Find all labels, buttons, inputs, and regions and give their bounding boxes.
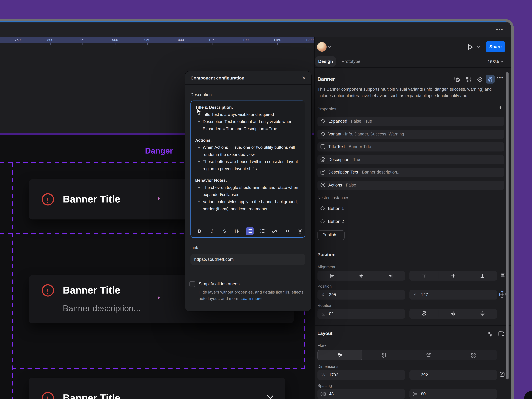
boolean-property-icon xyxy=(320,157,326,162)
ordered-list-button[interactable]: 12 xyxy=(258,227,266,235)
ruler-mark: 1150 xyxy=(273,38,281,42)
sliders-icon xyxy=(487,76,493,82)
code-button[interactable]: <> xyxy=(284,227,291,235)
italic-button[interactable]: I xyxy=(208,227,216,235)
editor-content[interactable]: Title & Description:Title Text is always… xyxy=(195,104,299,213)
editor-toolbar: B I S H₁ 12 <> xyxy=(191,225,305,238)
learn-more-link[interactable]: Learn more xyxy=(241,296,262,301)
close-icon[interactable]: ✕ xyxy=(300,74,307,81)
bold-button[interactable]: B xyxy=(196,227,203,235)
heading-button[interactable]: H₁ xyxy=(233,227,241,235)
distribute-spacing-icon[interactable] xyxy=(500,272,505,277)
link-label: Link xyxy=(190,245,198,250)
variant-icon xyxy=(320,119,326,124)
horizontal-ruler: 75080085090095010001050110011501200 xyxy=(0,37,314,43)
flow-label: Flow xyxy=(317,343,326,348)
nested-instance-button-1[interactable]: Button 1 xyxy=(320,206,344,211)
toolbar-overflow-icon[interactable]: ••• xyxy=(493,26,507,32)
height-field[interactable]: H 392 xyxy=(409,370,497,380)
flip-horizontal-icon[interactable] xyxy=(450,311,456,317)
vertical-flow-icon[interactable] xyxy=(381,352,387,358)
zoom-chevron-icon[interactable] xyxy=(500,61,503,63)
variant-icon xyxy=(320,219,325,224)
align-top-icon[interactable] xyxy=(422,273,426,278)
chevron-down-icon[interactable] xyxy=(266,395,274,399)
ruler-tick xyxy=(278,43,278,45)
property-row-expanded[interactable]: Expanded · False, True xyxy=(317,117,504,126)
avatar[interactable] xyxy=(317,42,327,51)
ruler-tick xyxy=(115,43,115,45)
align-bottom-icon[interactable] xyxy=(480,273,485,278)
avatar-chevron-icon[interactable] xyxy=(328,46,331,48)
banner-component-bottom[interactable]: ! Banner Title xyxy=(29,378,285,399)
align-horizontal-center-icon[interactable] xyxy=(359,273,364,278)
width-value: 1792 xyxy=(329,373,338,377)
window-top-accent xyxy=(0,21,514,22)
property-row-actions[interactable]: Actions · False xyxy=(317,180,504,190)
constraints-icon[interactable] xyxy=(499,291,506,297)
nested-instance-button-2[interactable]: Button 2 xyxy=(320,219,344,224)
link-input[interactable]: https://southleft.com xyxy=(190,254,305,265)
property-row-description-text[interactable]: Description Text · Banner description... xyxy=(317,168,504,177)
share-button[interactable]: Share xyxy=(486,41,505,52)
property-row-title-text[interactable]: Title Text · Banner Title xyxy=(317,142,504,152)
rotate-icon[interactable] xyxy=(421,311,427,317)
text-cursor-marker xyxy=(158,296,159,299)
divider xyxy=(315,67,512,68)
y-label: Y xyxy=(413,292,416,297)
editor-bullet: Description Text is optional and only vi… xyxy=(203,118,299,133)
variant-add-icon[interactable] xyxy=(477,76,483,83)
ruler-tick xyxy=(180,43,180,45)
width-field[interactable]: W 1792 xyxy=(317,370,405,380)
x-position-field[interactable]: X 295 xyxy=(317,290,405,300)
editor-bullet: When Actions = True, one or two utility … xyxy=(203,144,299,158)
ruler-tick xyxy=(147,43,148,45)
align-vertical-center-icon[interactable] xyxy=(451,273,456,278)
add-auto-layout-icon[interactable] xyxy=(498,331,504,337)
bullet-list-button[interactable] xyxy=(246,227,253,235)
property-row-description[interactable]: Description · True xyxy=(317,155,504,164)
horizontal-flow-icon[interactable] xyxy=(426,352,431,358)
simplify-checkbox[interactable] xyxy=(190,281,195,287)
sidebar-scrollbar[interactable] xyxy=(506,72,508,380)
text-property-icon xyxy=(320,144,326,149)
ruler-mark: 950 xyxy=(144,38,150,42)
align-right-icon[interactable] xyxy=(388,273,393,278)
banner-description: Banner description... xyxy=(63,303,141,313)
properties-label: Properties xyxy=(317,107,336,111)
description-editor[interactable]: Title & Description:Title Text is always… xyxy=(190,101,305,238)
frame-name-label[interactable]: Danger xyxy=(145,146,173,156)
add-property-icon[interactable]: + xyxy=(499,104,502,111)
code-block-button[interactable] xyxy=(296,227,304,235)
dashed-guide-left xyxy=(12,162,13,399)
dialog-header[interactable]: Component configuration ✕ xyxy=(185,71,311,84)
edit-properties-button[interactable] xyxy=(486,75,495,84)
swap-instance-icon[interactable] xyxy=(454,76,460,82)
strikethrough-button[interactable]: S xyxy=(221,227,228,235)
component-grid-icon[interactable] xyxy=(465,76,471,82)
rotation-field[interactable]: 0° xyxy=(317,309,405,319)
lock-proportions-icon[interactable] xyxy=(500,372,505,377)
editor-bullet: These buttons are housed within a consis… xyxy=(203,158,299,173)
x-label: X xyxy=(322,292,324,297)
play-chevron-icon[interactable] xyxy=(477,46,480,48)
horizontal-gap-field[interactable]: 48 xyxy=(317,389,405,399)
background-window-corner xyxy=(524,391,532,399)
panel-overflow-icon[interactable]: ••• xyxy=(497,75,504,80)
y-position-field[interactable]: Y 127 xyxy=(409,290,497,300)
publish-button[interactable]: Publish... xyxy=(317,230,345,240)
vertical-gap-field[interactable]: 80 xyxy=(409,389,497,399)
ruler-mark: 850 xyxy=(80,38,86,42)
link-button[interactable] xyxy=(271,227,279,235)
shrink-to-fit-icon[interactable] xyxy=(487,331,493,337)
tab-prototype[interactable]: Prototype xyxy=(342,56,361,66)
property-row-variant[interactable]: Variant · Info, Danger, Success, Warning xyxy=(317,130,504,139)
align-left-icon[interactable] xyxy=(329,273,334,278)
flip-vertical-icon[interactable] xyxy=(479,311,486,317)
zoom-level[interactable]: 163% xyxy=(488,59,499,64)
tab-design[interactable]: Design xyxy=(316,56,336,66)
play-icon[interactable] xyxy=(468,44,474,50)
editor-section-heading: Actions: xyxy=(195,137,299,144)
svg-text:1: 1 xyxy=(260,229,261,231)
wrap-grid-icon[interactable] xyxy=(471,352,476,358)
